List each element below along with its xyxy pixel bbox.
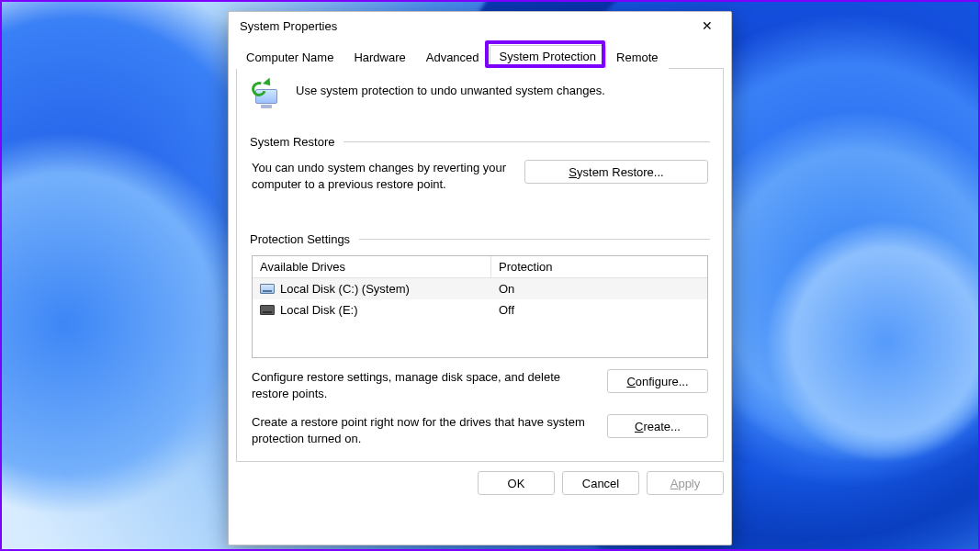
drive-protection-status: On	[491, 278, 707, 299]
system-restore-button[interactable]: System Restore...	[524, 160, 708, 184]
intro-text: Use system protection to undo unwanted s…	[296, 82, 605, 115]
apply-button: Apply	[647, 471, 724, 495]
drive-name: Local Disk (E:)	[280, 303, 358, 317]
tab-system-protection[interactable]: System Protection	[490, 45, 607, 69]
title-bar: System Properties ✕	[229, 12, 731, 39]
divider	[359, 239, 710, 240]
drive-name: Local Disk (C:) (System)	[280, 282, 410, 296]
tab-panel-system-protection: Use system protection to undo unwanted s…	[236, 69, 724, 462]
restore-description: You can undo system changes by reverting…	[252, 160, 512, 192]
close-icon: ✕	[702, 19, 713, 32]
tab-computer-name[interactable]: Computer Name	[236, 46, 344, 69]
create-description: Create a restore point right now for the…	[252, 414, 594, 446]
tab-strip: Computer Name Hardware Advanced System P…	[236, 45, 724, 69]
group-protection-settings: Protection Settings	[250, 232, 710, 246]
dialog-title: System Properties	[240, 19, 689, 33]
close-button[interactable]: ✕	[689, 14, 726, 38]
tab-advanced[interactable]: Advanced	[416, 46, 490, 69]
table-empty-space	[253, 320, 707, 357]
configure-button[interactable]: Configure...	[607, 369, 708, 393]
protection-drives-table: Available Drives Protection Local Disk (…	[252, 255, 708, 358]
create-button[interactable]: Create...	[607, 414, 708, 438]
col-available-drives[interactable]: Available Drives	[253, 256, 491, 277]
tab-remote[interactable]: Remote	[606, 46, 669, 69]
drive-row[interactable]: Local Disk (E:)Off	[253, 299, 707, 320]
dialog-button-row: OK Cancel Apply	[229, 462, 731, 495]
system-protection-icon	[252, 82, 285, 115]
drive-protection-status: Off	[491, 299, 707, 320]
cancel-button[interactable]: Cancel	[562, 471, 639, 495]
system-properties-dialog: System Properties ✕ Computer Name Hardwa…	[228, 11, 732, 545]
tab-hardware[interactable]: Hardware	[344, 46, 415, 69]
col-protection[interactable]: Protection	[491, 256, 707, 277]
divider	[344, 141, 710, 142]
configure-description: Configure restore settings, manage disk …	[252, 369, 594, 401]
group-system-restore: System Restore	[250, 135, 710, 149]
drive-icon	[260, 305, 275, 315]
ok-button[interactable]: OK	[478, 471, 555, 495]
group-label-text: System Restore	[250, 135, 334, 149]
group-label-text: Protection Settings	[250, 232, 350, 246]
drive-row[interactable]: Local Disk (C:) (System)On	[253, 278, 707, 299]
drive-icon	[260, 284, 275, 294]
